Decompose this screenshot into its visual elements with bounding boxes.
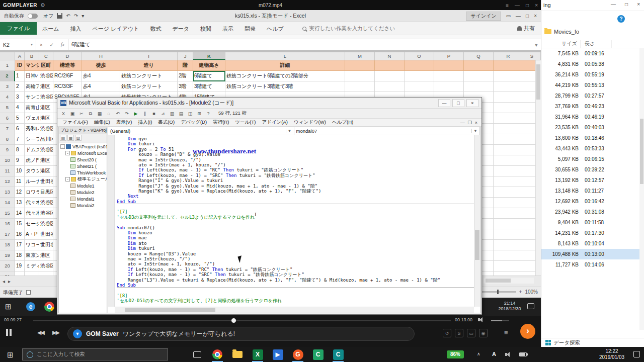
excel-minimize-button[interactable]: — [516, 13, 521, 19]
menu-item[interactable]: ヘルプ(H) [329, 119, 356, 126]
file-explorer-icon[interactable] [227, 347, 248, 362]
grid-cell[interactable] [345, 71, 375, 81]
copy-icon[interactable]: ⧉ [87, 110, 95, 117]
grid-cell[interactable]: 歩4 [82, 71, 120, 81]
row-header-19[interactable]: 19 [0, 250, 15, 261]
row-header-15[interactable]: 15 [0, 208, 15, 219]
row-header-11[interactable]: 11 [0, 166, 15, 176]
fm-close-button[interactable]: × [637, 2, 640, 7]
tree-item[interactable]: -VBAProject (ks015.xls) [59, 143, 107, 150]
menu-item[interactable]: ツール(T) [232, 119, 259, 126]
grid-cell[interactable]: 世田谷 [39, 229, 53, 240]
grid-cell[interactable]: 3 [15, 92, 25, 103]
tab-4[interactable]: 数式 [144, 23, 167, 35]
grid-cell[interactable]: A・P [25, 229, 39, 240]
grid-cell[interactable] [494, 176, 523, 187]
column-header-M[interactable]: M [345, 52, 375, 60]
grid-cell[interactable]: 3階建て [193, 81, 225, 92]
close-button[interactable]: × [535, 3, 538, 8]
grid-cell[interactable]: 渋谷区 [39, 198, 53, 208]
grid-cell[interactable] [494, 240, 523, 250]
code-horizontal-scrollbar[interactable] [115, 307, 474, 313]
tray-chevron-icon[interactable]: ∧ [477, 351, 480, 356]
procedure-dropdown[interactable]: mondai07 ▼ [294, 127, 480, 135]
row-header-7[interactable]: 7 [0, 124, 15, 134]
grid-cell[interactable]: ロワラ [25, 187, 39, 198]
zoom-in-icon[interactable]: + [519, 289, 522, 295]
grid-cell[interactable] [434, 60, 464, 71]
grid-cell[interactable]: ミディ [25, 261, 39, 272]
aspect-ratio-icon[interactable]: ▭ [467, 329, 475, 337]
volume-slider[interactable] [491, 320, 509, 321]
code-editor[interactable]: Dim gyo Dim tukuri For gyo = 2 To 51 kou… [115, 135, 474, 307]
find-icon[interactable]: ◌ [105, 110, 113, 117]
vba-child-restore-icon[interactable]: ❐ [468, 120, 472, 125]
status-label[interactable]: データ探索 [553, 339, 580, 346]
grid-cell[interactable]: ID [15, 60, 25, 71]
grid-cell[interactable]: 鉄筋コンクリート3階建て3階 [225, 81, 345, 92]
grid-cell[interactable]: 6階建て [193, 71, 225, 81]
row-header-12[interactable]: 12 [0, 176, 15, 187]
file-row[interactable]: 5,097 KB00:06:15 [541, 154, 640, 164]
file-row[interactable]: 13,192 KB00:12:57 [541, 175, 640, 186]
tab-2[interactable]: 挿入 [65, 23, 87, 35]
grid-cell[interactable] [464, 60, 494, 71]
grid-cell[interactable]: 15 [15, 219, 25, 229]
repeat-icon[interactable]: ↺ [443, 329, 451, 337]
column-header-K[interactable]: K [193, 52, 225, 60]
grid-cell[interactable]: 渋谷区 [39, 124, 53, 134]
seek-handle[interactable] [231, 318, 236, 323]
column-header-B[interactable]: B [25, 52, 39, 60]
fm-minimize-button[interactable]: — [611, 2, 616, 7]
task-view-icon[interactable] [187, 347, 207, 362]
undo-icon[interactable]: ↶ [114, 110, 122, 117]
grid-cell[interactable]: 10 [15, 166, 25, 176]
paste-icon[interactable]: ▦ [96, 110, 104, 117]
tree-item[interactable]: ThisWorkbook [59, 169, 107, 176]
tab-3[interactable]: ページ レイアウト [87, 23, 145, 35]
grid-cell[interactable] [25, 272, 39, 276]
tree-item[interactable]: -Microsoft Excel Objects [59, 150, 107, 156]
insert-function-icon[interactable]: fx [61, 42, 65, 47]
grid-cell[interactable] [494, 272, 523, 276]
grid-cell[interactable] [494, 187, 523, 198]
grid-cell[interactable]: 渋谷区 [39, 219, 53, 229]
grid-cell[interactable] [494, 155, 523, 166]
column-header-Q[interactable]: Q [464, 52, 494, 60]
media-player-icon[interactable]: ▶ [268, 347, 288, 362]
enter-icon[interactable]: ✓ [49, 42, 54, 48]
menu-item[interactable]: 表示(V) [113, 119, 135, 126]
formula-input[interactable]: 6階建て [68, 39, 532, 50]
scrollbar-thumb[interactable] [640, 119, 643, 184]
grid-cell[interactable] [494, 81, 523, 92]
pause-button[interactable] [6, 329, 12, 336]
file-row[interactable]: 31,964 KB00:46:19 [541, 112, 640, 122]
grid-cell[interactable] [494, 250, 523, 261]
grid-cell[interactable] [494, 92, 523, 103]
grid-cell[interactable] [494, 229, 523, 240]
file-row[interactable]: 43,443 KB00:53:33 [541, 143, 640, 154]
column-header-size[interactable]: サイズ [541, 40, 581, 48]
excel-icon[interactable]: X [248, 347, 268, 362]
grid-cell[interactable]: 13 [15, 198, 25, 208]
grid-cell[interactable]: 9 [15, 155, 25, 166]
row-header-16[interactable]: 16 [0, 219, 15, 229]
column-header-R[interactable]: R [494, 52, 523, 60]
grid-cell[interactable] [15, 272, 25, 276]
vba-maximize-button[interactable]: □ [452, 99, 464, 107]
grid-cell[interactable]: 鉄筋コンクリート6階建ての2階部分 [225, 71, 345, 81]
gom-titlebar[interactable]: GOMPLAYER ⚙ m072.mp4 ≡ — □ × [0, 0, 541, 10]
ime-indicator[interactable]: A [492, 351, 496, 357]
capture-icon[interactable]: ◉ [479, 329, 488, 337]
grid-cell[interactable] [405, 60, 434, 71]
project-explorer-icon[interactable]: ▥ [168, 110, 176, 117]
grid-cell[interactable] [434, 81, 464, 92]
grid-cell[interactable]: 世田谷 [39, 240, 53, 250]
tree-item[interactable]: Module2 [59, 189, 107, 196]
expander-icon[interactable]: - [65, 177, 70, 182]
help-icon[interactable]: ? [617, 15, 625, 23]
grid-cell[interactable]: 5 [15, 113, 25, 124]
vba-child-close-icon[interactable]: × [475, 120, 477, 125]
row-header-17[interactable]: 17 [0, 229, 15, 240]
scrollbar-thumb[interactable] [125, 308, 215, 312]
